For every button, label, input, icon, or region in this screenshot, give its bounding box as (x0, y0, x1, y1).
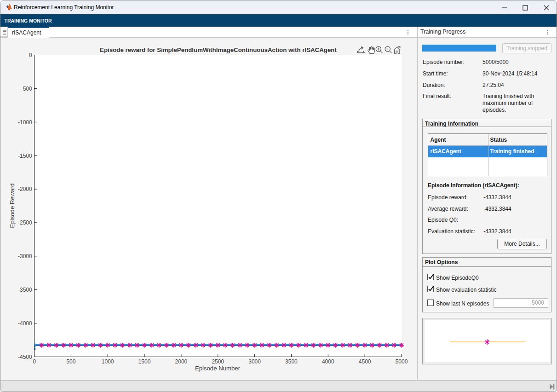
svg-text:-3000: -3000 (18, 253, 32, 259)
svg-text:4500: 4500 (359, 358, 371, 365)
svg-text:-1500: -1500 (18, 153, 32, 159)
svg-text:0: 0 (33, 358, 36, 365)
svg-text:2000: 2000 (175, 358, 188, 365)
svg-text:3500: 3500 (285, 358, 298, 365)
svg-text:Episode Number: Episode Number (195, 365, 241, 372)
svg-text:-4500: -4500 (18, 354, 32, 360)
svg-text:1500: 1500 (138, 358, 151, 365)
svg-text:-2500: -2500 (18, 219, 32, 226)
svg-text:-1000: -1000 (18, 119, 32, 126)
svg-text:Episode Reward: Episode Reward (9, 184, 16, 228)
svg-text:0: 0 (29, 52, 32, 58)
svg-text:2500: 2500 (212, 358, 224, 365)
svg-text:-500: -500 (21, 86, 32, 92)
svg-text:1000: 1000 (102, 358, 114, 365)
svg-text:-4000: -4000 (18, 320, 32, 327)
svg-text:3000: 3000 (248, 358, 261, 365)
svg-text:5000: 5000 (396, 358, 408, 365)
svg-text:500: 500 (66, 358, 75, 365)
svg-text:-2000: -2000 (18, 186, 32, 192)
svg-text:-3500: -3500 (18, 287, 32, 293)
svg-text:4000: 4000 (322, 358, 334, 365)
